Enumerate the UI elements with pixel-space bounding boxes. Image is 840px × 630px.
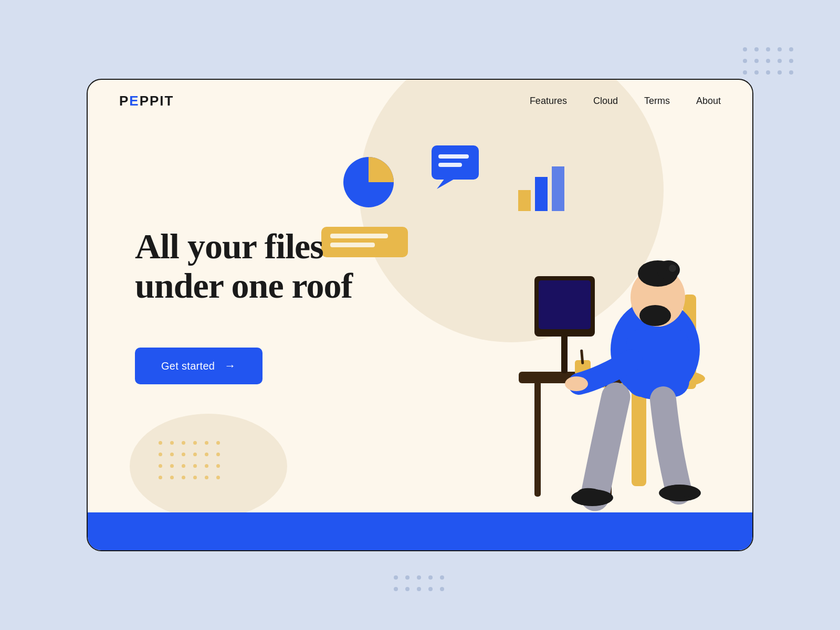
svg-point-28 — [669, 265, 676, 272]
bar-chart-icon — [513, 159, 576, 218]
nav-link-cloud[interactable]: Cloud — [593, 96, 618, 106]
svg-rect-5 — [518, 190, 531, 211]
get-started-button[interactable]: Get started → — [135, 348, 262, 384]
pie-chart-icon — [340, 153, 397, 213]
nav-link-terms[interactable]: Terms — [644, 96, 670, 106]
nav-links: Features Cloud Terms About — [530, 96, 721, 107]
svg-rect-6 — [535, 177, 548, 211]
svg-point-29 — [639, 305, 671, 326]
chat-bubble-icon — [429, 143, 484, 195]
dots-top-right — [743, 47, 795, 77]
svg-rect-17 — [561, 334, 568, 373]
nav-link-features[interactable]: Features — [530, 96, 567, 106]
nav-item-about[interactable]: About — [696, 96, 721, 107]
logo: PEPPIT — [119, 93, 174, 109]
outer-container: PEPPIT Features Cloud Terms About All yo… — [87, 79, 753, 551]
svg-rect-14 — [534, 381, 541, 497]
arrow-icon: → — [224, 359, 236, 373]
nav-item-cloud[interactable]: Cloud — [593, 96, 618, 107]
svg-marker-2 — [437, 178, 455, 189]
navbar: PEPPIT Features Cloud Terms About — [88, 80, 752, 122]
hero-section: All your files under one roof — [135, 227, 352, 306]
svg-rect-4 — [438, 163, 462, 167]
dots-inside-card — [159, 441, 223, 482]
svg-rect-7 — [552, 166, 564, 211]
footer-bar — [88, 512, 752, 550]
svg-rect-1 — [432, 145, 479, 180]
hero-headline: All your files under one roof — [135, 227, 352, 306]
dots-bottom-center — [394, 575, 446, 593]
nav-item-features[interactable]: Features — [530, 96, 567, 107]
nav-link-about[interactable]: About — [696, 96, 721, 106]
svg-point-30 — [565, 376, 588, 391]
svg-rect-3 — [438, 154, 469, 159]
nav-item-terms[interactable]: Terms — [644, 96, 670, 107]
main-card: PEPPIT Features Cloud Terms About All yo… — [87, 79, 753, 551]
